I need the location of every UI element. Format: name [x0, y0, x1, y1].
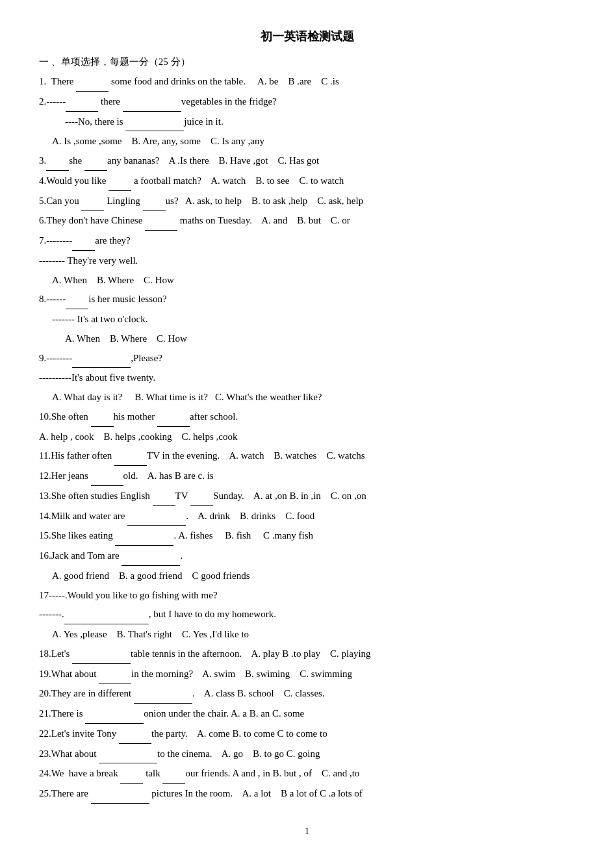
q8s1-text: ------- It's at two o'clock.	[52, 314, 147, 324]
question-24: 24.We have a break talk our friends. A a…	[39, 765, 575, 784]
q8-text: 8.------	[39, 294, 66, 304]
question-16-options: A. good friend B. a good friend C good f…	[52, 567, 575, 585]
q14-blank	[127, 507, 186, 526]
q9-text: 9.--------	[39, 353, 72, 363]
q17-blank	[64, 606, 149, 624]
q4-text: 4.Would you like	[39, 175, 109, 186]
question-10: 10.She often his mother after school.	[39, 408, 575, 427]
question-17: 17-----.Would you like to go fishing wit…	[39, 587, 575, 605]
q6-rest: maths on Tuesday. A. and B. but C. or	[177, 215, 350, 225]
q13-blank1	[153, 487, 175, 506]
question-10-options: A. help , cook B. helps ,cooking C. help…	[39, 428, 575, 446]
q25-text: 25.There are	[39, 788, 91, 798]
q3-num: 3.	[39, 155, 46, 166]
question-9-sub1: ----------It's about five twenty.	[39, 369, 575, 387]
q5-blank1	[81, 192, 104, 211]
q24-blank2	[162, 765, 185, 784]
q18-blank	[72, 645, 131, 664]
q5-text: 5.Can you	[39, 196, 81, 206]
q12-rest: old. A. has B are c. is	[123, 470, 214, 481]
q11-rest: TV in the evening. A. watch B. watches C…	[147, 450, 365, 461]
q11-blank	[114, 447, 147, 466]
q10-blank2	[157, 408, 190, 427]
q24-rest: our friends. A and , in B. but , of C. a…	[185, 768, 359, 778]
q3-mid: she	[69, 155, 84, 166]
question-8: 8.------ is her music lesson?	[39, 290, 575, 309]
q2-blank2	[123, 93, 181, 112]
q10-blank1	[91, 408, 114, 427]
q6-blank	[145, 212, 177, 231]
q12-text: 12.Her jeans	[39, 470, 91, 481]
question-15: 15.She likes eating . A. fishes B. fish …	[39, 527, 575, 546]
question-9: 9.-------- ,Please?	[39, 350, 575, 368]
q2-options: A. Is ,some ,some B. Are, any, some C. I…	[52, 136, 264, 146]
question-3: 3. she any bananas? A .Is there B. Have …	[39, 152, 575, 171]
question-13: 13.She often studies English TV Sunday. …	[39, 487, 575, 506]
q22-blank	[119, 725, 151, 744]
question-7: 7.-------- are they?	[39, 232, 575, 251]
q16-rest: .	[180, 550, 183, 561]
q2-rest: vegetables in the fridge?	[181, 96, 277, 107]
question-21: 21.There is onion under the chair. A. a …	[39, 705, 575, 724]
q10-options: A. help , cook B. helps ,cooking C. help…	[39, 431, 237, 442]
page-title: 初一英语检测试题	[39, 26, 575, 47]
q24-blank1	[120, 765, 143, 784]
question-19: 19.What about in the morning? A. swim B.…	[39, 665, 575, 684]
question-8-sub1: ------- It's at two o'clock.	[52, 311, 575, 329]
q16-blank	[122, 547, 180, 566]
q25-blank	[91, 785, 149, 804]
question-14: 14.Milk and water are . A. drink B. drin…	[39, 507, 575, 526]
q13-rest: Sunday. A. at ,on B. in ,in C. on ,on	[213, 491, 366, 501]
q7-rest: are they?	[95, 235, 131, 246]
q2s1-blank	[125, 113, 184, 132]
q16-options: A. good friend B. a good friend C good f…	[52, 570, 250, 581]
q2-mid: there	[98, 96, 122, 107]
question-16: 16.Jack and Tom are .	[39, 547, 575, 566]
q11-text: 11.His father often	[39, 450, 114, 461]
question-6: 6.They don't have Chinese maths on Tuesd…	[39, 212, 575, 231]
q15-text: 15.She likes eating	[39, 530, 115, 541]
q21-rest: onion under the chair. A. a B. an C. som…	[144, 708, 304, 719]
question-17-sub1: -------. , but I have to do my homework.	[39, 606, 575, 624]
q24-mid: talk	[143, 768, 162, 778]
q25-rest: pictures In the room. A. a lot B a lot o…	[149, 788, 363, 798]
question-7-sub1: -------- They're very well.	[39, 252, 575, 270]
question-23: 23.What about to the cinema. A. go B. to…	[39, 745, 575, 764]
q17s1-text: -------.	[39, 609, 64, 619]
question-22: 22.Let's invite Tony the party. A. come …	[39, 725, 575, 744]
q3-blank2	[84, 152, 107, 171]
q13-text: 13.She often studies English	[39, 491, 153, 501]
q4-blank	[109, 172, 131, 191]
question-18: 18.Let's table tennis in the afternoon. …	[39, 645, 575, 664]
q9-blank	[72, 350, 131, 368]
q20-blank	[134, 685, 192, 704]
question-2: 2.------ there vegetables in the fridge?	[39, 93, 575, 112]
q16-text: 16.Jack and Tom are	[39, 550, 122, 561]
q1-num: 1. There	[39, 76, 76, 86]
q9s1-text: ----------It's about five twenty.	[39, 372, 155, 383]
question-8-options: A. When B. Where C. How	[65, 330, 575, 348]
q1-rest: some food and drinks on the table. A. be…	[109, 76, 339, 86]
q19-rest: in the morning? A. swim B. swiming C. sw…	[131, 669, 352, 679]
q21-text: 21.There is	[39, 708, 85, 719]
q14-rest: . A. drink B. drinks C. food	[186, 511, 314, 521]
q23-text: 23.What about	[39, 748, 99, 759]
q4-rest: a football match? A. watch B. to see C. …	[131, 175, 344, 186]
q14-text: 14.Milk and water are	[39, 511, 127, 521]
q17-options: A. Yes ,please B. That's right C. Yes ,I…	[52, 629, 249, 639]
q7-options: A. When B. Where C. How	[52, 275, 174, 285]
q2-num: 2.------	[39, 96, 66, 107]
q9-rest: ,Please?	[131, 353, 162, 363]
q10-mid: his mother	[114, 411, 158, 422]
q10-rest: after school.	[190, 411, 238, 422]
question-12: 12.Her jeans old. A. has B are c. is	[39, 467, 575, 486]
q19-text: 19.What about	[39, 669, 99, 679]
q15-rest: . A. fishes B. fish C .many fish	[173, 530, 313, 541]
q13-blank2	[190, 487, 213, 506]
q24-text: 24.We have a break	[39, 768, 120, 778]
q8-options: A. When B. Where C. How	[65, 333, 187, 344]
q20-rest: . A. class B. school C. classes.	[192, 688, 325, 698]
q7-text: 7.--------	[39, 235, 72, 246]
q23-rest: to the cinema. A. go B. to go C. going	[157, 748, 320, 759]
q20-text: 20.They are in different	[39, 688, 134, 698]
